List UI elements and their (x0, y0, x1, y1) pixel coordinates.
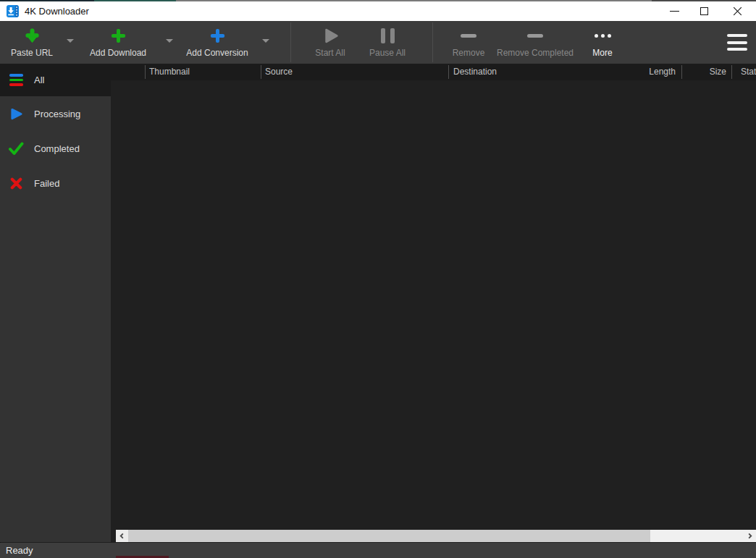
ellipsis-icon (595, 24, 611, 48)
chevron-down-icon (262, 39, 269, 43)
add-download-dropdown[interactable] (164, 21, 175, 64)
minimize-icon (670, 11, 679, 12)
maximize-button[interactable] (688, 1, 721, 21)
sidebar-item-completed[interactable]: Completed (0, 131, 111, 166)
toolbar-divider (290, 22, 291, 62)
minimize-button[interactable] (658, 1, 691, 21)
sidebar-item-label: Completed (34, 143, 80, 154)
remove-completed-label: Remove Completed (497, 48, 574, 58)
sidebar-item-failed[interactable]: Failed (0, 166, 111, 200)
start-all-button[interactable]: Start All (301, 21, 359, 64)
download-list-area (111, 80, 756, 543)
chevron-left-icon (119, 533, 125, 539)
chevron-down-icon (166, 39, 173, 43)
scroll-left-button[interactable] (116, 530, 128, 542)
scrollbar-thumb[interactable] (128, 530, 650, 542)
window-title: 4K Downloader (25, 1, 89, 21)
app-logo-4k-downloader-icon (7, 5, 19, 17)
plus-icon (209, 24, 227, 48)
column-header-length[interactable]: Length (623, 64, 676, 80)
paste-url-button[interactable]: Paste URL (3, 21, 61, 64)
paste-url-dropdown[interactable] (65, 21, 75, 64)
hamburger-menu-icon (727, 34, 747, 37)
cross-red-icon (7, 177, 25, 190)
remove-button[interactable]: Remove (440, 21, 497, 64)
chevron-down-icon (67, 39, 74, 43)
pause-all-button[interactable]: Pause All (358, 21, 416, 64)
status-text: Ready (6, 543, 33, 558)
column-header-destination[interactable]: Destination (453, 64, 497, 80)
start-all-label: Start All (315, 48, 345, 58)
add-conversion-label: Add Conversion (186, 48, 248, 58)
maximize-icon (700, 7, 708, 15)
remove-completed-button[interactable]: Remove Completed (494, 21, 576, 64)
pause-all-label: Pause All (369, 48, 406, 58)
sidebar-item-all[interactable]: All (0, 64, 111, 96)
close-button[interactable] (721, 1, 754, 21)
add-download-button[interactable]: Add Download (85, 21, 151, 64)
column-divider[interactable] (145, 65, 146, 79)
sidebar-item-processing[interactable]: Processing (0, 96, 111, 131)
column-header-thumbnail[interactable]: Thumbnail (149, 64, 190, 80)
check-green-icon (7, 140, 25, 156)
close-icon (733, 7, 742, 16)
column-divider[interactable] (731, 65, 732, 79)
column-divider[interactable] (448, 65, 449, 79)
column-header-size[interactable]: Size (688, 64, 726, 80)
statusbar: Ready (0, 543, 756, 558)
more-button[interactable]: More (574, 21, 631, 64)
add-conversion-button[interactable]: Add Conversion (182, 21, 252, 64)
minus-icon (461, 24, 476, 48)
tricolor-list-icon (7, 74, 25, 86)
column-divider[interactable] (261, 65, 261, 79)
toolbar-divider (432, 22, 433, 62)
app-window: 4K Downloader Paste URL (0, 0, 756, 558)
add-download-label: Add Download (90, 48, 146, 58)
column-divider[interactable] (681, 65, 682, 79)
paste-url-label: Paste URL (11, 48, 53, 58)
sidebar-item-label: Failed (34, 178, 59, 189)
titlebar: 4K Downloader (0, 1, 756, 21)
sidebar-item-label: Processing (34, 109, 80, 119)
sidebar-item-label: All (34, 75, 44, 85)
more-label: More (592, 48, 612, 58)
paste-plus-down-arrow-icon (23, 24, 41, 48)
toolbar: Paste URL Add Download (0, 21, 756, 64)
plus-icon (109, 24, 127, 48)
scroll-right-button[interactable] (744, 530, 756, 542)
add-conversion-dropdown[interactable] (261, 21, 271, 64)
chevron-right-icon (747, 533, 753, 539)
play-blue-icon (7, 107, 25, 121)
minus-icon (527, 24, 543, 48)
play-icon (321, 24, 340, 48)
column-header-status[interactable]: Status (741, 64, 756, 80)
column-header-source[interactable]: Source (265, 64, 293, 80)
horizontal-scrollbar[interactable] (116, 530, 756, 542)
pause-icon (381, 24, 395, 48)
remove-label: Remove (453, 48, 485, 58)
main-menu-button[interactable] (727, 34, 747, 51)
